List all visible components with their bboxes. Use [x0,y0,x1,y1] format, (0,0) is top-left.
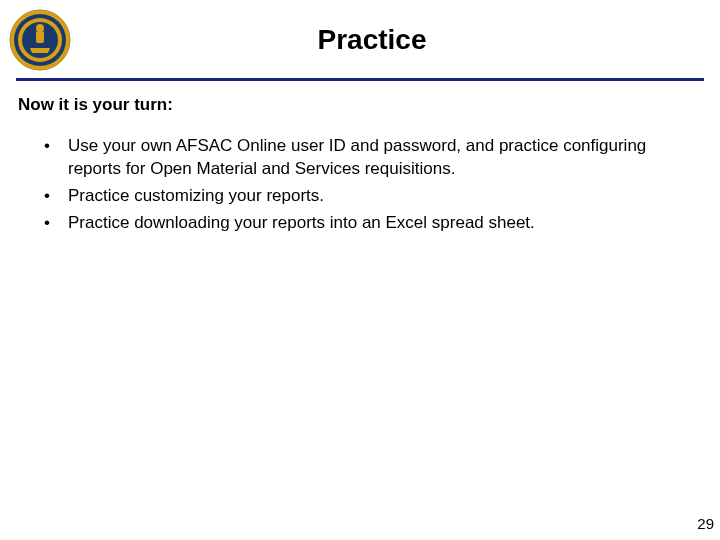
bullet-list: Use your own AFSAC Online user ID and pa… [0,135,720,235]
slide-header: Practice [0,0,720,72]
list-item: Practice customizing your reports. [50,185,700,208]
subheading: Now it is your turn: [0,95,720,115]
list-item: Use your own AFSAC Online user ID and pa… [50,135,700,181]
slide-title: Practice [40,24,704,56]
header-divider [16,78,704,81]
list-item: Practice downloading your reports into a… [50,212,700,235]
page-number: 29 [697,515,714,532]
